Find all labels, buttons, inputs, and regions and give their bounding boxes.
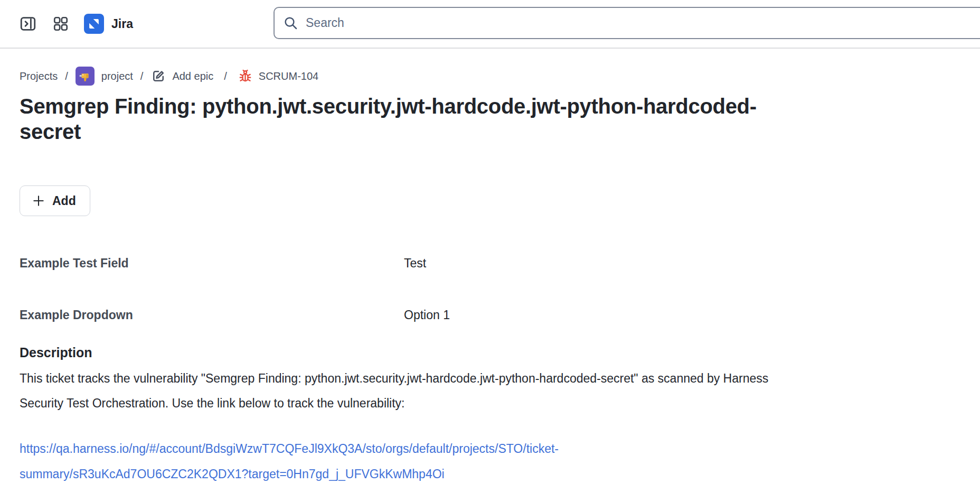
field-row-example-dropdown: Example Dropdown Option 1 [20,306,980,324]
sidebar-expand-icon [19,15,37,33]
breadcrumb-projects-link[interactable]: Projects [20,70,58,82]
top-navigation-bar: Jira [0,0,980,49]
field-value-example-test-field[interactable]: Test [404,256,426,271]
description-heading: Description [20,345,980,360]
add-button[interactable]: Add [20,185,90,216]
description-link-paragraph: https://qa.harness.io/ng/#/account/Bdsgi… [20,436,643,487]
project-avatar-icon [76,67,95,86]
field-label: Example Dropdown [20,308,404,322]
field-value-example-dropdown[interactable]: Option 1 [404,308,450,322]
edit-epic-icon [150,68,166,84]
jira-home-link[interactable]: Jira [84,14,133,34]
jira-logo-icon [84,14,104,34]
breadcrumb-project-link[interactable]: project [101,70,133,82]
bug-type-icon [238,69,253,84]
field-row-example-test-field: Example Test Field Test [20,254,980,272]
breadcrumb: Projects / project / Add epic / [20,67,980,86]
issue-title[interactable]: Semgrep Finding: python.jwt.security.jwt… [20,94,812,144]
add-button-label: Add [52,194,76,208]
issue-view: Projects / project / Add epic / [0,67,980,487]
breadcrumb-add-epic-label: Add epic [172,70,213,82]
search-icon [283,15,299,31]
field-label: Example Test Field [20,256,404,271]
app-grid-icon [52,15,69,32]
breadcrumb-issue-key-label: SCRUM-104 [259,70,318,82]
plus-icon [32,194,45,208]
search-input[interactable] [306,16,980,30]
sidebar-toggle-button[interactable] [17,13,39,34]
breadcrumb-separator: / [224,70,227,82]
description-body[interactable]: This ticket tracks the vulnerability "Se… [20,366,775,416]
global-search-bar[interactable] [274,7,980,39]
breadcrumb-separator: / [140,70,144,82]
app-title: Jira [111,17,133,31]
custom-fields: Example Test Field Test Example Dropdown… [20,254,980,324]
breadcrumb-separator: / [65,70,68,82]
vulnerability-tracking-link[interactable]: https://qa.harness.io/ng/#/account/Bdsgi… [20,442,559,481]
breadcrumb-issue-key-link[interactable]: SCRUM-104 [238,69,318,84]
breadcrumb-add-epic-link[interactable]: Add epic [150,68,213,84]
app-switcher-button[interactable] [50,13,71,34]
